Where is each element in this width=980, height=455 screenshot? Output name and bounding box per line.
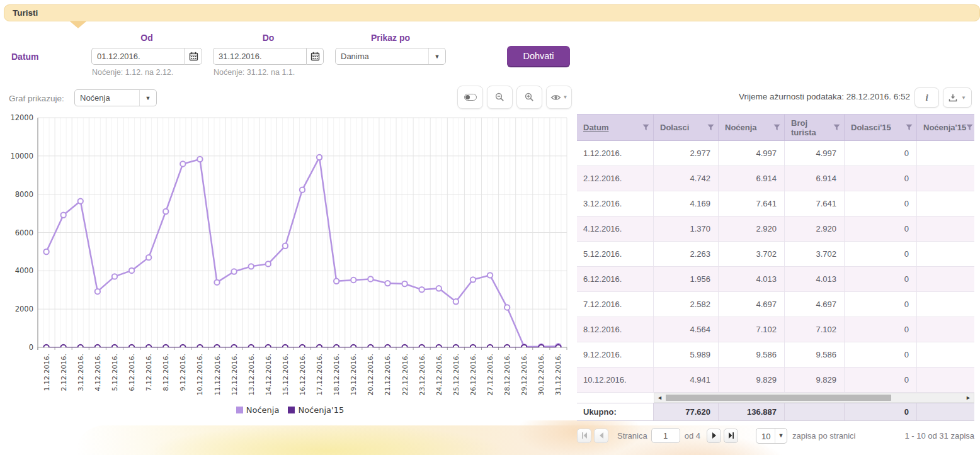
page-title: Turisti [4, 5, 979, 21]
value-cell: 2.263 [654, 242, 719, 266]
table-row[interactable]: 1.12.2016.2.9774.9974.9970 [577, 141, 974, 166]
download-button[interactable]: ▼ [943, 87, 972, 108]
last-page-button[interactable] [724, 429, 738, 443]
table-row[interactable]: 9.12.2016.5.9899.5869.5860 [577, 342, 974, 368]
filter-icon[interactable] [906, 124, 913, 131]
column-label: Broj turista [791, 118, 833, 137]
date-cell: 9.12.2016. [577, 342, 654, 367]
page-number-input[interactable] [651, 428, 680, 443]
filter-icon[interactable] [773, 124, 780, 131]
value-cell: 0 [845, 342, 917, 367]
column-header-3[interactable]: Noćenja [719, 115, 785, 140]
table-row[interactable]: 7.12.2016.2.5824.6974.6970 [577, 292, 974, 317]
dohvati-button[interactable]: Dohvati [507, 46, 570, 66]
svg-text:19.12.2016.: 19.12.2016. [350, 354, 358, 395]
zoom-in-button[interactable] [516, 86, 542, 109]
svg-text:12.12.2016.: 12.12.2016. [231, 354, 239, 395]
chart-toggle-button[interactable] [457, 86, 483, 109]
svg-text:9.12.2016.: 9.12.2016. [179, 354, 187, 391]
table-row[interactable]: 10.12.2016.4.9419.8299.8290 [577, 368, 974, 393]
value-cell: 0 [845, 292, 917, 317]
svg-text:26.12.2016.: 26.12.2016. [469, 354, 477, 395]
horizontal-scrollbar[interactable]: ◄ ► [654, 393, 974, 403]
info-button[interactable]: i [914, 87, 939, 108]
page-count-label: od 4 [685, 431, 700, 441]
graf-prikazuje-select[interactable]: Noćenja ▼ [74, 89, 157, 106]
legend-swatch [288, 407, 295, 413]
value-cell: 4.742 [654, 166, 719, 191]
scroll-right-icon[interactable]: ► [966, 394, 971, 402]
value-cell: 4.697 [785, 292, 845, 317]
date-from-hint: Noćenje: 1.12. na 2.12. [92, 68, 173, 77]
legend-item[interactable]: Noćenja [236, 405, 280, 415]
column-header-5[interactable]: Dolasci'15 [845, 115, 917, 140]
svg-text:22.12.2016.: 22.12.2016. [401, 354, 409, 395]
value-cell: 2.920 [719, 216, 785, 241]
filter-icon[interactable] [642, 124, 649, 131]
prev-page-button[interactable] [594, 429, 608, 443]
column-label: Datum [583, 123, 608, 132]
value-cell [917, 242, 974, 266]
date-from-input[interactable] [91, 48, 185, 65]
zoom-out-button[interactable] [487, 86, 513, 109]
date-to-input[interactable] [213, 48, 306, 65]
column-header-1[interactable]: Datum [577, 115, 654, 140]
value-cell [917, 368, 974, 392]
page-size-select[interactable]: 10 ▼ [756, 428, 787, 444]
next-page-button[interactable] [707, 429, 721, 443]
first-page-icon [581, 432, 588, 439]
prikaz-po-select[interactable]: Danima ▼ [335, 48, 446, 65]
svg-text:20.12.2016.: 20.12.2016. [367, 354, 375, 395]
first-page-button[interactable] [577, 429, 591, 443]
table-row[interactable]: 2.12.2016.4.7426.9146.9140 [577, 166, 974, 191]
value-cell: 4.997 [719, 141, 785, 166]
table-row[interactable]: 5.12.2016.2.2633.7023.7020 [577, 242, 974, 267]
table-scroll-row: ◄ ► [577, 393, 974, 403]
svg-text:23.12.2016.: 23.12.2016. [418, 354, 426, 395]
svg-text:7.12.2016.: 7.12.2016. [145, 354, 153, 391]
zoom-in-icon [525, 93, 534, 102]
column-label: Dolasci'15 [851, 123, 891, 132]
total-value-cell: 77.620 [654, 403, 719, 420]
svg-text:29.12.2016.: 29.12.2016. [520, 354, 528, 395]
filter-icon[interactable] [966, 124, 973, 131]
filter-icon[interactable] [707, 124, 714, 131]
value-cell: 2.582 [654, 292, 719, 317]
date-to-calendar-button[interactable] [306, 48, 324, 65]
chevron-down-icon: ▼ [563, 94, 568, 100]
svg-text:17.12.2016.: 17.12.2016. [316, 354, 324, 395]
value-cell: 1.956 [654, 267, 719, 291]
value-cell: 7.641 [785, 191, 845, 216]
record-range-label: 1 - 10 od 31 zapisa [904, 431, 974, 441]
value-cell: 4.564 [654, 317, 719, 342]
date-from-calendar-button[interactable] [185, 48, 202, 65]
table-row[interactable]: 4.12.2016.1.3702.9202.9200 [577, 216, 974, 242]
svg-text:28.12.2016.: 28.12.2016. [503, 354, 511, 395]
svg-text:10.12.2016.: 10.12.2016. [196, 354, 204, 395]
svg-text:2.12.2016.: 2.12.2016. [60, 354, 68, 391]
value-cell: 3.702 [719, 242, 785, 266]
filter-icon[interactable] [833, 124, 840, 131]
table-row[interactable]: 3.12.2016.4.1697.6417.6410 [577, 191, 974, 216]
svg-text:3.12.2016.: 3.12.2016. [77, 354, 85, 391]
visibility-dropdown-button[interactable]: ▼ [546, 86, 572, 109]
stranica-label: Stranica [617, 431, 647, 441]
column-header-2[interactable]: Dolasci [654, 115, 719, 140]
column-header-4[interactable]: Broj turista [785, 115, 845, 140]
svg-text:0: 0 [29, 343, 33, 352]
last-page-icon [728, 432, 734, 439]
pagination-bar: Stranica od 4 10 ▼ zapisa po stranici 1 … [577, 427, 974, 444]
scroll-left-icon[interactable]: ◄ [657, 394, 663, 402]
table-row[interactable]: 8.12.2016.4.5647.1027.1020 [577, 317, 974, 342]
column-header-6[interactable]: Noćenja'15 [917, 115, 974, 140]
value-cell: 7.102 [719, 317, 785, 342]
line-chart[interactable]: 0200040006000800010000120001.12.2016.2.1… [5, 115, 575, 413]
prikaz-po-value: Danima [336, 48, 428, 64]
od-label: Od [91, 33, 202, 43]
scrollbar-thumb[interactable] [666, 395, 891, 401]
table-row[interactable]: 6.12.2016.1.9564.0134.0130 [577, 267, 974, 292]
total-value-cell: 136.887 [719, 403, 785, 420]
svg-text:18.12.2016.: 18.12.2016. [333, 354, 341, 395]
panel-header[interactable]: Turisti [4, 4, 980, 21]
legend-item[interactable]: Noćenja'15 [288, 405, 344, 415]
